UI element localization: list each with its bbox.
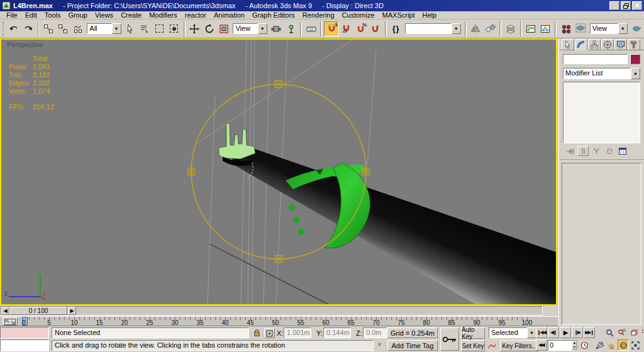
render-scene-button[interactable] [573, 21, 587, 36]
restore-button[interactable] [621, 1, 631, 10]
minimize-button[interactable]: _ [609, 1, 619, 10]
field-of-view-button[interactable] [594, 339, 605, 351]
tab-utilities[interactable] [628, 39, 640, 50]
key-mode-toggle[interactable]: ◀◀ [536, 339, 547, 351]
rectangular-selection-region-button[interactable] [152, 21, 167, 36]
redo-button[interactable] [21, 21, 35, 36]
time-slider-thumb[interactable]: 0 / 100 [9, 307, 67, 315]
default-tangent-icon[interactable] [486, 340, 497, 351]
next-frame-arrow[interactable]: ▶ [68, 307, 76, 315]
previous-frame-arrow[interactable]: ◀ [1, 307, 9, 315]
go-to-start-button[interactable]: ❙◀◀ [536, 327, 547, 338]
show-end-result-button[interactable] [577, 146, 589, 156]
absolute-mode-transform-toggle[interactable] [264, 328, 275, 338]
menu-rendering[interactable]: Rendering [299, 11, 338, 19]
menu-modifiers[interactable]: Modifiers [145, 11, 181, 19]
viewport-perspective[interactable]: Perspective Total Polys:1,091Tris:2,182E… [0, 38, 557, 305]
go-to-end-button[interactable]: ▶▶❙ [584, 327, 595, 338]
tab-hierarchy[interactable] [588, 39, 601, 50]
pin-stack-button[interactable] [564, 146, 575, 156]
tab-modify[interactable] [575, 39, 587, 50]
align-button[interactable] [483, 21, 497, 36]
x-coordinate-field[interactable]: 1.001m [284, 327, 311, 338]
menu-graph-editors[interactable]: Graph Editors [248, 11, 299, 19]
maxscript-mini-listener-macro[interactable] [0, 327, 49, 339]
modifier-stack[interactable] [563, 82, 640, 143]
object-name-field[interactable] [563, 54, 628, 64]
tab-motion[interactable] [601, 39, 614, 50]
z-coordinate-field[interactable]: 0.0m [363, 327, 387, 338]
close-button[interactable]: ✕ [632, 1, 642, 10]
menu-create[interactable]: Create [117, 11, 145, 19]
menu-reactor[interactable]: reactor [181, 11, 210, 19]
track-bar[interactable]: 0510152025303540455055606570758085909510… [0, 317, 547, 326]
percent-snap-toggle[interactable]: % [353, 21, 368, 36]
curve-editor-button[interactable] [524, 21, 538, 36]
set-keys-button[interactable] [440, 327, 459, 351]
keyboard-shortcut-override-button[interactable] [304, 21, 318, 36]
quick-render-button[interactable] [630, 21, 644, 36]
object-color-swatch[interactable] [630, 54, 640, 64]
angle-snap-toggle[interactable] [339, 21, 353, 36]
select-by-name-button[interactable] [138, 21, 152, 36]
configure-modifier-sets-button[interactable] [617, 146, 628, 156]
make-unique-button[interactable] [591, 146, 602, 156]
menu-animation[interactable]: Animation [210, 11, 248, 19]
menu-maxscript[interactable]: MAXScript [379, 11, 419, 19]
zoom-button[interactable] [604, 327, 615, 338]
menu-group[interactable]: Group [64, 11, 91, 19]
time-configuration-button[interactable] [579, 339, 590, 351]
render-preset-dropdown[interactable]: View ▼ [590, 23, 628, 34]
named-selection-dropdown[interactable]: ▼ [405, 23, 461, 34]
maxscript-mini-listener[interactable] [0, 339, 49, 351]
tab-create[interactable] [562, 39, 574, 50]
y-coordinate-field[interactable]: 0.144m [323, 327, 351, 338]
reference-coordinate-dropdown[interactable]: View ▼ [233, 23, 267, 34]
zoom-extents-button[interactable] [628, 327, 639, 338]
current-frame-field[interactable]: 0 ▲▼ [548, 340, 578, 351]
modifier-list-dropdown[interactable]: Modifier List ▼ [563, 68, 640, 79]
remove-modifier-button[interactable] [604, 146, 615, 156]
previous-frame-button[interactable]: ◀❙ [548, 327, 559, 338]
tab-display[interactable] [614, 39, 627, 50]
toolbar-handle[interactable] [3, 21, 5, 36]
material-editor-button[interactable] [558, 21, 573, 36]
key-filters-button[interactable]: Key Filters... [500, 340, 539, 351]
menu-edit[interactable]: Edit [21, 11, 41, 19]
menu-file[interactable]: File [3, 11, 21, 19]
layer-manager-button[interactable] [503, 21, 518, 36]
menu-help[interactable]: Help [419, 11, 441, 19]
select-and-move-button[interactable] [187, 21, 202, 36]
selection-lock-toggle[interactable] [252, 328, 262, 338]
zoom-all-button[interactable] [616, 327, 627, 338]
use-pivot-center-button[interactable] [269, 21, 284, 36]
undo-button[interactable] [6, 21, 21, 36]
pan-view-button[interactable] [606, 339, 617, 351]
maximize-viewport-toggle[interactable] [630, 339, 641, 351]
menu-tools[interactable]: Tools [41, 11, 65, 19]
auto-key-button[interactable]: Auto Key [461, 327, 485, 339]
set-key-button[interactable]: Set Key [461, 340, 485, 351]
next-frame-button[interactable]: ❙▶ [572, 327, 583, 338]
arc-rotate-button[interactable] [618, 339, 629, 351]
bind-to-spacewarp-icon[interactable] [70, 21, 85, 36]
select-and-rotate-button[interactable] [202, 21, 216, 36]
unlink-selection-icon[interactable] [56, 21, 70, 36]
play-button[interactable]: ▶ [560, 327, 571, 338]
window-crossing-toggle[interactable] [167, 21, 181, 36]
viewport-label[interactable]: Perspective [7, 41, 43, 48]
menu-customize[interactable]: Customize [338, 11, 379, 19]
select-and-manipulate-button[interactable] [284, 21, 298, 36]
mirror-button[interactable] [469, 21, 483, 36]
spinner-snap-toggle[interactable] [368, 21, 382, 36]
select-and-scale-button[interactable] [216, 21, 231, 36]
zoom-extents-all-button[interactable] [640, 327, 644, 338]
select-and-link-icon[interactable] [41, 21, 55, 36]
frame-spinner[interactable]: ▲▼ [572, 341, 577, 350]
select-object-button[interactable] [123, 21, 138, 36]
key-selection-dropdown[interactable]: Selected ▼ [489, 327, 536, 338]
named-selection-sets-button[interactable]: { } [389, 21, 403, 36]
time-slider-track[interactable]: ◀ 0 / 100 ▶ [1, 306, 543, 316]
selection-filter-dropdown[interactable]: All ▼ [87, 23, 121, 34]
snaps-toggle-button[interactable]: 3 [324, 21, 338, 36]
